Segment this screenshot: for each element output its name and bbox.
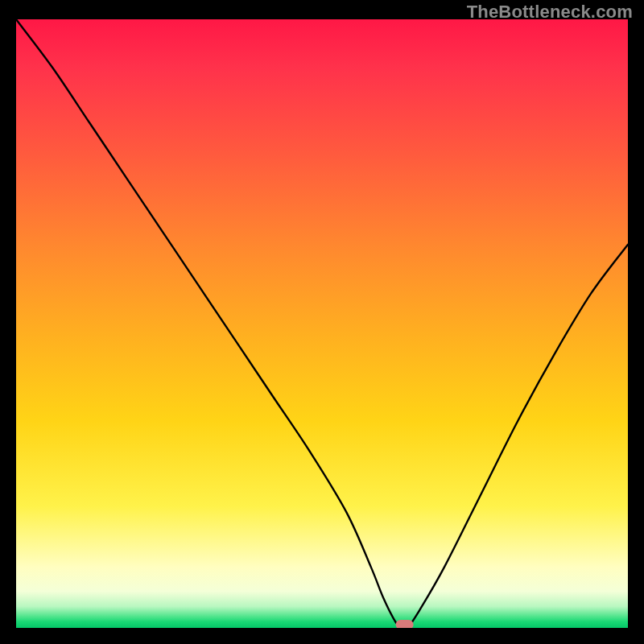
plot-area [16, 19, 628, 628]
bottleneck-curve [16, 19, 628, 628]
optimal-point-marker [396, 620, 414, 628]
chart-svg [16, 19, 628, 628]
chart-frame: TheBottleneck.com [0, 0, 644, 644]
